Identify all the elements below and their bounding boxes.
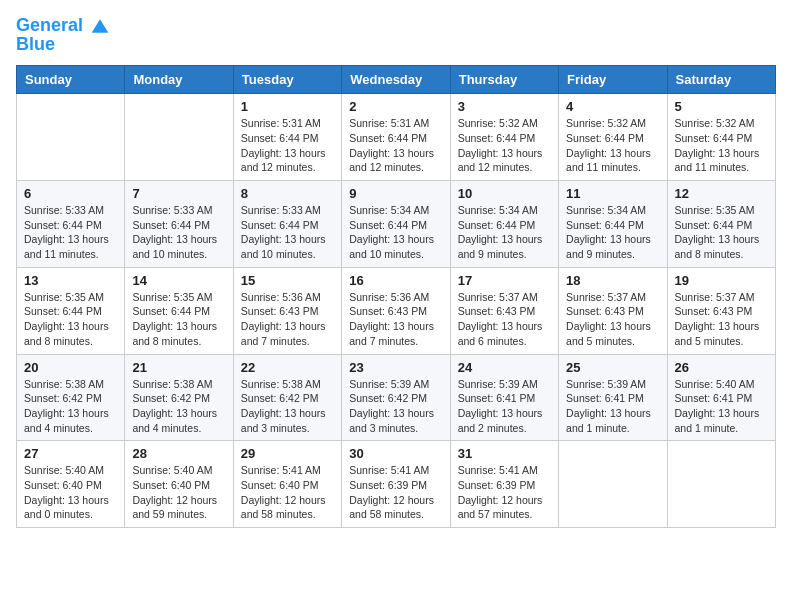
calendar-cell: 2 Sunrise: 5:31 AM Sunset: 6:44 PM Dayli…: [342, 94, 450, 181]
weekday-header-saturday: Saturday: [667, 66, 775, 94]
sunrise-label: Sunrise: 5:31 AM: [349, 117, 429, 129]
weekday-header-friday: Friday: [559, 66, 667, 94]
calendar-cell: 6 Sunrise: 5:33 AM Sunset: 6:44 PM Dayli…: [17, 181, 125, 268]
daylight-label: Daylight: 13 hours and 8 minutes.: [24, 320, 109, 347]
day-info: Sunrise: 5:36 AM Sunset: 6:43 PM Dayligh…: [349, 290, 442, 349]
daylight-label: Daylight: 13 hours and 12 minutes.: [241, 147, 326, 174]
sunset-label: Sunset: 6:43 PM: [566, 305, 644, 317]
sunrise-label: Sunrise: 5:40 AM: [24, 464, 104, 476]
weekday-header-thursday: Thursday: [450, 66, 558, 94]
daylight-label: Daylight: 13 hours and 12 minutes.: [349, 147, 434, 174]
sunrise-label: Sunrise: 5:34 AM: [349, 204, 429, 216]
sunset-label: Sunset: 6:40 PM: [241, 479, 319, 491]
calendar-cell: 11 Sunrise: 5:34 AM Sunset: 6:44 PM Dayl…: [559, 181, 667, 268]
sunrise-label: Sunrise: 5:31 AM: [241, 117, 321, 129]
calendar-table: SundayMondayTuesdayWednesdayThursdayFrid…: [16, 65, 776, 528]
sunset-label: Sunset: 6:41 PM: [458, 392, 536, 404]
day-info: Sunrise: 5:35 AM Sunset: 6:44 PM Dayligh…: [132, 290, 225, 349]
day-info: Sunrise: 5:37 AM Sunset: 6:43 PM Dayligh…: [566, 290, 659, 349]
calendar-cell: 7 Sunrise: 5:33 AM Sunset: 6:44 PM Dayli…: [125, 181, 233, 268]
day-info: Sunrise: 5:40 AM Sunset: 6:40 PM Dayligh…: [24, 463, 117, 522]
day-info: Sunrise: 5:34 AM Sunset: 6:44 PM Dayligh…: [458, 203, 551, 262]
sunrise-label: Sunrise: 5:39 AM: [349, 378, 429, 390]
calendar-cell: 8 Sunrise: 5:33 AM Sunset: 6:44 PM Dayli…: [233, 181, 341, 268]
logo: General Blue: [16, 16, 110, 55]
calendar-cell: 10 Sunrise: 5:34 AM Sunset: 6:44 PM Dayl…: [450, 181, 558, 268]
logo-text: General: [16, 16, 110, 36]
day-number: 20: [24, 360, 117, 375]
day-info: Sunrise: 5:33 AM Sunset: 6:44 PM Dayligh…: [241, 203, 334, 262]
sunset-label: Sunset: 6:44 PM: [241, 132, 319, 144]
sunset-label: Sunset: 6:44 PM: [24, 219, 102, 231]
sunrise-label: Sunrise: 5:38 AM: [132, 378, 212, 390]
sunrise-label: Sunrise: 5:32 AM: [458, 117, 538, 129]
day-info: Sunrise: 5:38 AM Sunset: 6:42 PM Dayligh…: [132, 377, 225, 436]
daylight-label: Daylight: 13 hours and 6 minutes.: [458, 320, 543, 347]
daylight-label: Daylight: 13 hours and 4 minutes.: [132, 407, 217, 434]
daylight-label: Daylight: 13 hours and 8 minutes.: [132, 320, 217, 347]
day-number: 19: [675, 273, 768, 288]
calendar-cell: 5 Sunrise: 5:32 AM Sunset: 6:44 PM Dayli…: [667, 94, 775, 181]
day-number: 6: [24, 186, 117, 201]
day-number: 21: [132, 360, 225, 375]
day-info: Sunrise: 5:39 AM Sunset: 6:42 PM Dayligh…: [349, 377, 442, 436]
calendar-cell: [125, 94, 233, 181]
sunrise-label: Sunrise: 5:37 AM: [675, 291, 755, 303]
day-info: Sunrise: 5:33 AM Sunset: 6:44 PM Dayligh…: [24, 203, 117, 262]
weekday-header-monday: Monday: [125, 66, 233, 94]
daylight-label: Daylight: 13 hours and 11 minutes.: [566, 147, 651, 174]
sunrise-label: Sunrise: 5:32 AM: [675, 117, 755, 129]
calendar-cell: 15 Sunrise: 5:36 AM Sunset: 6:43 PM Dayl…: [233, 267, 341, 354]
daylight-label: Daylight: 13 hours and 4 minutes.: [24, 407, 109, 434]
day-info: Sunrise: 5:41 AM Sunset: 6:39 PM Dayligh…: [458, 463, 551, 522]
sunset-label: Sunset: 6:42 PM: [349, 392, 427, 404]
day-info: Sunrise: 5:40 AM Sunset: 6:40 PM Dayligh…: [132, 463, 225, 522]
day-info: Sunrise: 5:32 AM Sunset: 6:44 PM Dayligh…: [458, 116, 551, 175]
day-number: 13: [24, 273, 117, 288]
sunrise-label: Sunrise: 5:32 AM: [566, 117, 646, 129]
day-number: 31: [458, 446, 551, 461]
calendar-cell: 13 Sunrise: 5:35 AM Sunset: 6:44 PM Dayl…: [17, 267, 125, 354]
calendar-cell: 19 Sunrise: 5:37 AM Sunset: 6:43 PM Dayl…: [667, 267, 775, 354]
logo-blue: Blue: [16, 34, 110, 55]
daylight-label: Daylight: 12 hours and 58 minutes.: [241, 494, 326, 521]
daylight-label: Daylight: 13 hours and 7 minutes.: [241, 320, 326, 347]
calendar-cell: 27 Sunrise: 5:40 AM Sunset: 6:40 PM Dayl…: [17, 441, 125, 528]
sunrise-label: Sunrise: 5:37 AM: [566, 291, 646, 303]
calendar-cell: 30 Sunrise: 5:41 AM Sunset: 6:39 PM Dayl…: [342, 441, 450, 528]
day-number: 28: [132, 446, 225, 461]
sunrise-label: Sunrise: 5:35 AM: [132, 291, 212, 303]
calendar-cell: 26 Sunrise: 5:40 AM Sunset: 6:41 PM Dayl…: [667, 354, 775, 441]
daylight-label: Daylight: 13 hours and 0 minutes.: [24, 494, 109, 521]
calendar-cell: 17 Sunrise: 5:37 AM Sunset: 6:43 PM Dayl…: [450, 267, 558, 354]
calendar-cell: 25 Sunrise: 5:39 AM Sunset: 6:41 PM Dayl…: [559, 354, 667, 441]
sunset-label: Sunset: 6:40 PM: [24, 479, 102, 491]
day-number: 22: [241, 360, 334, 375]
sunrise-label: Sunrise: 5:41 AM: [349, 464, 429, 476]
sunset-label: Sunset: 6:43 PM: [675, 305, 753, 317]
day-info: Sunrise: 5:41 AM Sunset: 6:40 PM Dayligh…: [241, 463, 334, 522]
daylight-label: Daylight: 13 hours and 7 minutes.: [349, 320, 434, 347]
calendar-cell: 31 Sunrise: 5:41 AM Sunset: 6:39 PM Dayl…: [450, 441, 558, 528]
daylight-label: Daylight: 13 hours and 9 minutes.: [566, 233, 651, 260]
daylight-label: Daylight: 13 hours and 3 minutes.: [349, 407, 434, 434]
sunrise-label: Sunrise: 5:34 AM: [458, 204, 538, 216]
sunrise-label: Sunrise: 5:33 AM: [241, 204, 321, 216]
daylight-label: Daylight: 13 hours and 11 minutes.: [24, 233, 109, 260]
daylight-label: Daylight: 12 hours and 58 minutes.: [349, 494, 434, 521]
day-number: 27: [24, 446, 117, 461]
sunset-label: Sunset: 6:43 PM: [458, 305, 536, 317]
sunset-label: Sunset: 6:40 PM: [132, 479, 210, 491]
calendar-cell: 18 Sunrise: 5:37 AM Sunset: 6:43 PM Dayl…: [559, 267, 667, 354]
day-number: 9: [349, 186, 442, 201]
calendar-cell: 3 Sunrise: 5:32 AM Sunset: 6:44 PM Dayli…: [450, 94, 558, 181]
sunset-label: Sunset: 6:42 PM: [132, 392, 210, 404]
day-number: 25: [566, 360, 659, 375]
daylight-label: Daylight: 12 hours and 57 minutes.: [458, 494, 543, 521]
sunrise-label: Sunrise: 5:39 AM: [458, 378, 538, 390]
sunset-label: Sunset: 6:42 PM: [241, 392, 319, 404]
daylight-label: Daylight: 13 hours and 10 minutes.: [241, 233, 326, 260]
calendar-cell: 21 Sunrise: 5:38 AM Sunset: 6:42 PM Dayl…: [125, 354, 233, 441]
sunset-label: Sunset: 6:44 PM: [566, 132, 644, 144]
day-number: 23: [349, 360, 442, 375]
